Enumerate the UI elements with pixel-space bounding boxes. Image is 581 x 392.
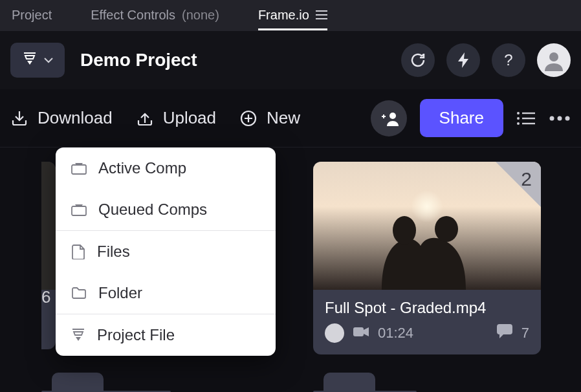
- menu-label: Project File: [97, 326, 175, 344]
- svg-point-4: [517, 117, 520, 120]
- asset-duration: 01:24: [378, 325, 413, 342]
- help-button[interactable]: ?: [492, 43, 525, 77]
- asset-title: Full Spot - Graded.mp4: [325, 299, 529, 317]
- version-badge: 2: [521, 168, 532, 190]
- video-icon: [353, 325, 369, 342]
- project-header: Demo Project ?: [0, 31, 581, 89]
- version-fold: [496, 162, 541, 207]
- panel-tab-bar: Project Effect Controls (none) Frame.io: [0, 0, 581, 31]
- menu-item-folder[interactable]: Folder: [56, 272, 276, 314]
- menu-label: Active Comp: [98, 159, 186, 177]
- svg-point-6: [550, 116, 554, 120]
- tab-label-none: (none): [182, 8, 219, 23]
- list-view-button[interactable]: [516, 111, 536, 126]
- svg-point-8: [565, 116, 570, 120]
- silhouette-image: [349, 199, 505, 290]
- help-label: ?: [504, 51, 512, 69]
- header-icons: ?: [401, 43, 571, 77]
- new-context-menu: Active Comp Queued Comps Files Folder: [56, 147, 276, 356]
- project-selector-button[interactable]: [10, 43, 65, 78]
- project-icon: [22, 52, 38, 69]
- menu-label: Folder: [98, 284, 142, 302]
- svg-point-3: [517, 112, 520, 114]
- menu-item-queued-comps[interactable]: Queued Comps: [56, 189, 276, 230]
- action-bar-right: Share: [371, 99, 571, 137]
- content-area: 6 Active Comp Queued Comps Files Fold: [0, 147, 581, 173]
- menu-item-project-file[interactable]: Project File: [56, 314, 276, 356]
- asset-comment-count: 7: [521, 325, 529, 342]
- share-label: Share: [439, 108, 484, 127]
- project-title: Demo Project: [80, 50, 386, 71]
- partial-card-char: 6: [41, 287, 50, 307]
- svg-point-7: [558, 116, 562, 120]
- tab-frameio[interactable]: Frame.io: [258, 1, 327, 30]
- comment-icon: [497, 324, 512, 342]
- svg-point-12: [435, 216, 458, 242]
- action-label: New: [267, 108, 300, 128]
- folder-tab[interactable]: [52, 373, 104, 392]
- uploader-avatar: [325, 323, 344, 343]
- download-button[interactable]: Download: [10, 108, 113, 128]
- action-label: Upload: [163, 108, 216, 128]
- asset-thumbnail: 2: [313, 162, 541, 290]
- svg-rect-9: [72, 165, 86, 174]
- chevron-down-icon: [44, 54, 53, 66]
- upload-button[interactable]: Upload: [136, 108, 216, 128]
- tab-effect-controls[interactable]: Effect Controls (none): [91, 1, 219, 30]
- action-label: Download: [38, 108, 113, 128]
- action-bar: Download Upload New Share: [0, 89, 581, 147]
- menu-label: Files: [97, 243, 130, 261]
- svg-point-2: [389, 113, 396, 119]
- folder-tab[interactable]: [323, 373, 375, 392]
- tab-label: Frame.io: [258, 8, 309, 23]
- svg-point-5: [517, 122, 520, 125]
- svg-rect-10: [72, 206, 86, 215]
- svg-rect-13: [353, 327, 364, 336]
- svg-point-0: [549, 52, 558, 61]
- lightning-button[interactable]: [446, 43, 480, 77]
- tab-label: Effect Controls: [91, 8, 175, 23]
- svg-point-11: [393, 216, 416, 245]
- tab-project[interactable]: Project: [12, 1, 52, 30]
- new-button[interactable]: New: [239, 108, 300, 128]
- asset-meta: Full Spot - Graded.mp4 01:24 7: [313, 290, 541, 354]
- thumbnail: [41, 162, 56, 290]
- menu-item-active-comp[interactable]: Active Comp: [56, 147, 276, 189]
- refresh-button[interactable]: [401, 43, 435, 77]
- asset-info-row: 01:24 7: [325, 323, 529, 343]
- user-avatar[interactable]: [537, 43, 571, 77]
- asset-card[interactable]: 2 Full Spot - Graded.mp4 01:24 7: [313, 162, 541, 354]
- hamburger-icon[interactable]: [316, 10, 327, 19]
- asset-card-partial[interactable]: [41, 162, 56, 349]
- menu-label: Queued Comps: [98, 201, 207, 219]
- menu-item-files[interactable]: Files: [56, 231, 276, 272]
- tab-label: Project: [12, 8, 52, 23]
- more-button[interactable]: [549, 115, 571, 122]
- add-user-button[interactable]: [371, 100, 407, 136]
- share-button[interactable]: Share: [420, 99, 503, 137]
